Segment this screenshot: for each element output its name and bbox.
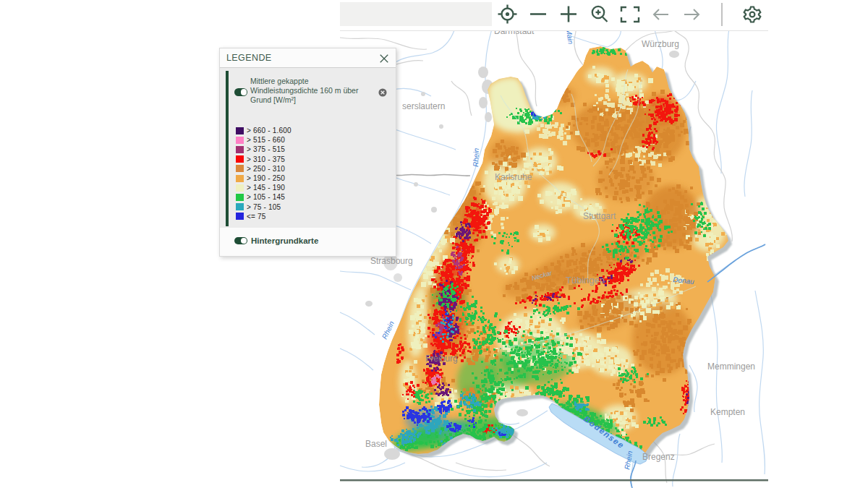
svg-text:Basel: Basel [365,439,387,449]
svg-text:Strasbourg: Strasbourg [370,256,413,266]
svg-text:Karlsruhe: Karlsruhe [495,172,532,182]
svg-text:serslautern: serslautern [402,101,445,111]
svg-text:Stuttgart: Stuttgart [583,211,616,221]
svg-text:Rhein: Rhein [472,147,480,167]
svg-text:Würzburg: Würzburg [642,39,679,49]
svg-text:Tübingen: Tübingen [566,275,605,286]
svg-text:Freiburg: Freiburg [425,354,458,364]
svg-text:Memmingen: Memmingen [707,361,755,372]
svg-text:Kempten: Kempten [710,407,745,417]
svg-text:Bregenz: Bregenz [642,452,675,462]
